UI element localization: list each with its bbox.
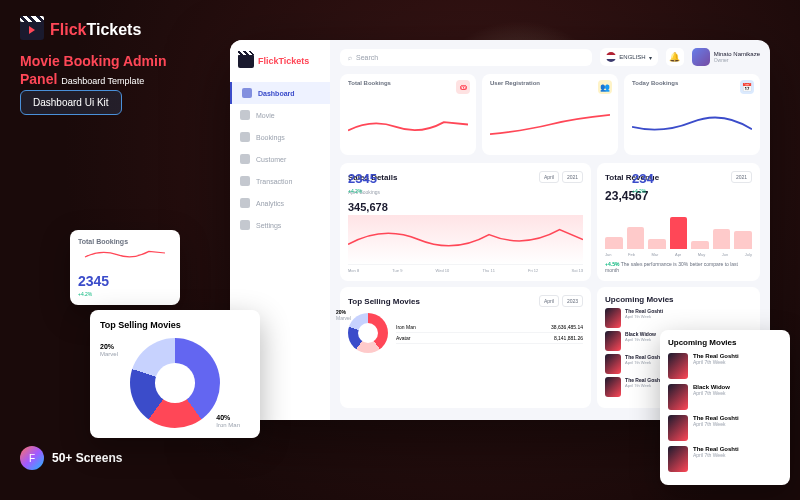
revenue-bars	[605, 209, 752, 249]
clapperboard-icon	[238, 54, 254, 68]
avatar	[692, 48, 710, 66]
nav-icon	[240, 132, 250, 142]
nav-icon	[242, 88, 252, 98]
nav-icon	[240, 176, 250, 186]
topbar: ⌕ Search ENGLISH ▾ 🔔 Minato Namikaze Own…	[340, 48, 760, 66]
list-item[interactable]: The Real GoshtiApril 7th Week	[668, 446, 782, 472]
dashboard-kit-button[interactable]: Dashboard Ui Kit	[20, 90, 122, 115]
nav-icon	[240, 198, 250, 208]
list-item[interactable]: The Real GoshtiApril 7th Week	[605, 308, 752, 328]
sidebar-item-movie[interactable]: Movie	[230, 104, 330, 126]
promo-logo: FlickTickets	[20, 20, 180, 40]
list-item[interactable]: The Real GoshtiApril 7th Week	[668, 353, 782, 379]
user-role: Owner	[714, 57, 760, 63]
sidebar-logo: FlickTickets	[230, 50, 330, 72]
headline-a: Movie Booking Admin	[20, 53, 166, 69]
calendar-icon: 📅	[740, 80, 754, 94]
movie-thumb	[605, 331, 621, 351]
float-top-selling: Top Selling Movies 20%Marvel 40%Iron Man	[90, 310, 260, 438]
sidebar-item-dashboard[interactable]: Dashboard	[230, 82, 330, 104]
bar	[670, 217, 688, 249]
search-input[interactable]: ⌕ Search	[340, 49, 592, 66]
card-title: Upcoming Movies	[605, 295, 752, 304]
sidebar-item-bookings[interactable]: Bookings	[230, 126, 330, 148]
flag-icon	[606, 52, 616, 62]
figma-badge: F 50+ Screens	[20, 446, 122, 470]
bar	[734, 231, 752, 249]
month-select[interactable]: April	[539, 171, 559, 183]
year-select[interactable]: 2023	[562, 295, 583, 307]
bar	[605, 237, 623, 249]
headline-b: Panel	[20, 71, 57, 87]
list-item[interactable]: Black WidowApril 7th Week	[668, 384, 782, 410]
movie-thumb	[605, 377, 621, 397]
table-row: Iron Man38,636,485.14	[396, 322, 583, 333]
headline-c: Dashboard Template	[61, 76, 144, 86]
donut-chart	[130, 338, 220, 428]
ticket-icon: 🎟	[456, 80, 470, 94]
movie-thumb	[668, 415, 688, 441]
nav-icon	[240, 110, 250, 120]
sidebar-item-analytics[interactable]: Analytics	[230, 192, 330, 214]
month-select[interactable]: April	[539, 295, 559, 307]
bar	[648, 239, 666, 249]
figma-icon: F	[20, 446, 44, 470]
chevron-down-icon: ▾	[649, 54, 652, 61]
bar	[691, 241, 709, 249]
movie-thumb	[668, 353, 688, 379]
sidebar-item-transaction[interactable]: Transaction	[230, 170, 330, 192]
stat-total-bookings: Total Bookings 🎟 2345 +4.2%	[340, 74, 476, 155]
clapperboard-icon	[20, 20, 44, 40]
sales-chart	[348, 215, 583, 265]
language-select[interactable]: ENGLISH ▾	[600, 48, 657, 66]
stat-user-registration: User Registration 👥	[482, 74, 618, 155]
search-icon: ⌕	[348, 54, 352, 61]
brand-part-a: Flick	[50, 21, 86, 38]
movie-thumb	[668, 446, 688, 472]
float-total-bookings: Total Bookings 2345 +4.2%	[70, 230, 180, 305]
year-select[interactable]: 2021	[562, 171, 583, 183]
nav-icon	[240, 220, 250, 230]
list-item[interactable]: The Real GoshtiApril 7th Week	[668, 415, 782, 441]
sidebar-item-settings[interactable]: Settings	[230, 214, 330, 236]
sales-value: 345,678	[348, 201, 583, 213]
bar	[627, 227, 645, 249]
promo-panel: FlickTickets Movie Booking Admin Panel D…	[20, 20, 180, 115]
table-row: Avatar8,141,881.26	[396, 333, 583, 344]
movie-thumb	[605, 308, 621, 328]
brand-part-b: Tickets	[86, 21, 141, 38]
sidebar-item-customer[interactable]: Customer	[230, 148, 330, 170]
stat-today-bookings: Today Bookings 📅 234 +4.2%	[624, 74, 760, 155]
top-selling-card: Top Selling Movies April 2023 20%Marvel …	[340, 287, 591, 408]
users-icon: 👥	[598, 80, 612, 94]
bell-icon: 🔔	[669, 52, 680, 62]
float-upcoming: Upcoming Movies The Real GoshtiApril 7th…	[660, 330, 790, 485]
screens-count: 50+ Screens	[52, 451, 122, 465]
card-title: Top Selling Movies	[348, 297, 420, 306]
movie-thumb	[668, 384, 688, 410]
stats-row: Total Bookings 🎟 2345 +4.2% User Registr…	[340, 74, 760, 155]
bar	[713, 229, 731, 249]
movie-thumb	[605, 354, 621, 374]
user-menu[interactable]: Minato Namikaze Owner	[692, 48, 760, 66]
nav-icon	[240, 154, 250, 164]
notification-button[interactable]: 🔔	[666, 48, 684, 66]
donut-chart	[348, 313, 388, 353]
